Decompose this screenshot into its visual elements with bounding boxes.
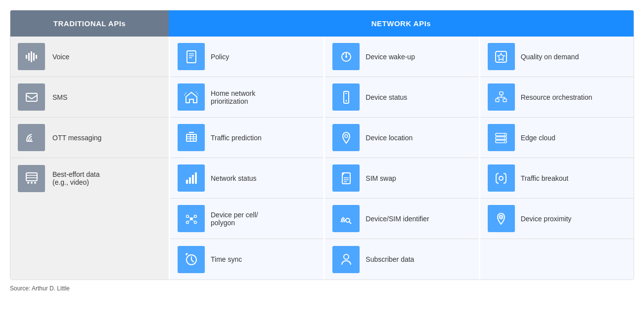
list-item: Device location [325, 118, 478, 158]
device-cell-icon [178, 205, 205, 232]
voice-icon [18, 43, 45, 70]
subscriber-icon [332, 246, 360, 273]
svg-point-12 [34, 182, 36, 184]
list-item: Time sync [170, 239, 323, 280]
device-location-icon [332, 124, 360, 151]
policy-icon [178, 43, 205, 70]
network-status-label: Network status [211, 174, 257, 182]
sms-icon [18, 83, 45, 111]
svg-point-10 [27, 182, 29, 184]
svg-marker-51 [498, 53, 505, 60]
svg-rect-4 [36, 55, 37, 59]
ott-icon [18, 124, 45, 151]
quality-icon [488, 43, 515, 70]
list-item: Device/SIM identifier [325, 199, 478, 239]
list-item: Traffic breakout [480, 158, 634, 199]
svg-point-11 [31, 182, 33, 184]
data-icon [18, 165, 45, 192]
list-item: Quality on demand [480, 37, 634, 77]
svg-line-34 [188, 220, 190, 222]
list-item: Device proximity [480, 199, 634, 239]
trad-voice-label: Voice [52, 53, 69, 61]
trad-data-label: Best-effort data(e.g., video) [52, 170, 99, 186]
svg-point-42 [345, 134, 348, 137]
network-header: NETWORK APIs [169, 10, 634, 37]
home-network-label: Home networkprioritization [211, 89, 255, 105]
svg-point-65 [499, 176, 503, 180]
svg-point-47 [346, 218, 350, 222]
device-sim-icon [332, 205, 360, 232]
list-item: Subscriber data [325, 239, 478, 280]
quality-demand-label: Quality on demand [521, 53, 579, 61]
policy-label: Policy [211, 53, 229, 61]
list-item: Policy [170, 37, 323, 77]
traffic-pred-icon [178, 124, 205, 151]
svg-rect-23 [186, 180, 188, 184]
svg-rect-25 [192, 175, 194, 184]
svg-rect-7 [26, 173, 37, 181]
svg-rect-54 [503, 99, 506, 102]
network-col-2: Device wake-up Device status [323, 37, 478, 280]
svg-point-29 [194, 215, 196, 217]
empty-cell [480, 239, 634, 280]
network-col-3: Quality on demand [479, 37, 634, 280]
svg-point-69 [501, 216, 502, 218]
traffic-break-icon [488, 164, 515, 192]
list-item: SIM swap [325, 158, 478, 199]
device-wakeup-label: Device wake-up [366, 53, 415, 61]
svg-rect-13 [187, 51, 196, 63]
svg-point-30 [186, 221, 188, 223]
list-item: Network status [170, 158, 323, 199]
svg-point-62 [504, 134, 505, 135]
svg-point-41 [345, 100, 347, 101]
svg-rect-52 [500, 92, 503, 95]
svg-line-35 [192, 220, 194, 222]
sim-swap-icon [332, 164, 360, 192]
device-wake-icon [332, 43, 360, 70]
svg-point-64 [504, 141, 505, 142]
svg-point-38 [345, 56, 347, 58]
trad-ott-label: OTT messaging [52, 134, 101, 142]
list-item: Device wake-up [325, 37, 478, 77]
list-item: SMS [10, 77, 169, 118]
svg-rect-53 [496, 99, 499, 102]
device-status-label: Device status [366, 93, 407, 101]
list-item: Traffic prediction [170, 118, 323, 158]
home-icon [178, 83, 205, 111]
list-item: Home networkprioritization [170, 77, 323, 118]
svg-rect-1 [28, 53, 30, 61]
trad-sms-label: SMS [52, 93, 67, 101]
svg-rect-2 [31, 51, 32, 62]
resource-orchestration-label: Resource orchestration [521, 93, 593, 101]
svg-point-63 [504, 137, 505, 138]
svg-rect-5 [26, 93, 37, 101]
list-item: Resource orchestration [480, 77, 634, 118]
network-status-icon [178, 164, 205, 192]
list-item: Edge cloud [480, 118, 634, 158]
svg-rect-17 [186, 134, 196, 141]
svg-line-32 [188, 217, 190, 218]
traditional-header: TRADITIONAL APIs [10, 10, 169, 37]
header-row: TRADITIONAL APIs NETWORK APIs [10, 10, 634, 37]
source-text: Source: Arthur D. Little [10, 285, 634, 292]
subscriber-data-label: Subscriber data [366, 255, 414, 263]
svg-point-49 [344, 254, 349, 259]
svg-rect-3 [33, 53, 35, 61]
traditional-col: Voice SMS [10, 37, 169, 280]
resource-icon [488, 83, 515, 111]
list-item: Best-effort data(e.g., video) [10, 158, 169, 199]
svg-line-48 [349, 222, 351, 224]
svg-point-31 [194, 221, 196, 223]
svg-rect-0 [26, 55, 27, 59]
svg-point-28 [186, 215, 188, 217]
list-item: Voice [10, 37, 169, 77]
svg-rect-24 [189, 177, 191, 184]
network-section: Policy Home networkprioritization [169, 37, 634, 280]
device-sim-label: Device/SIM identifier [366, 215, 429, 223]
traffic-prediction-label: Traffic prediction [211, 134, 262, 142]
sim-swap-label: SIM swap [366, 174, 396, 182]
list-item: Device per cell/polygon [170, 199, 323, 239]
device-proximity-label: Device proximity [521, 215, 572, 223]
svg-line-33 [192, 217, 194, 218]
time-sync-icon [178, 246, 205, 273]
